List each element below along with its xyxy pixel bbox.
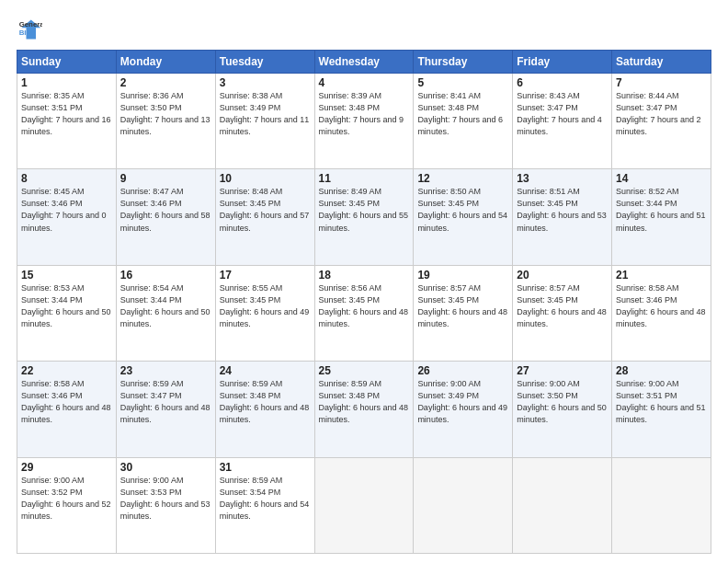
calendar-header-saturday: Saturday <box>612 51 711 74</box>
calendar-week-1: 1Sunrise: 8:35 AMSunset: 3:51 PMDaylight… <box>17 74 711 169</box>
day-info: Sunrise: 8:36 AMSunset: 3:50 PMDaylight:… <box>120 90 211 138</box>
day-number: 15 <box>21 269 112 282</box>
calendar-cell <box>314 457 414 553</box>
day-info: Sunrise: 9:00 AMSunset: 3:49 PMDaylight:… <box>417 378 508 426</box>
calendar-cell: 25Sunrise: 8:59 AMSunset: 3:48 PMDayligh… <box>314 362 414 457</box>
page: General Blue SundayMondayTuesdayWednesda… <box>0 0 728 563</box>
day-info: Sunrise: 8:48 AMSunset: 3:45 PMDaylight:… <box>220 186 311 234</box>
day-info: Sunrise: 8:49 AMSunset: 3:45 PMDaylight:… <box>319 186 410 234</box>
calendar-week-5: 29Sunrise: 9:00 AMSunset: 3:52 PMDayligh… <box>17 457 711 553</box>
calendar-cell: 26Sunrise: 9:00 AMSunset: 3:49 PMDayligh… <box>414 362 513 457</box>
day-info: Sunrise: 8:59 AMSunset: 3:48 PMDaylight:… <box>319 378 410 426</box>
day-info: Sunrise: 8:56 AMSunset: 3:45 PMDaylight:… <box>319 282 410 330</box>
day-info: Sunrise: 8:41 AMSunset: 3:48 PMDaylight:… <box>417 90 508 138</box>
day-info: Sunrise: 8:55 AMSunset: 3:45 PMDaylight:… <box>220 282 311 330</box>
calendar-cell: 6Sunrise: 8:43 AMSunset: 3:47 PMDaylight… <box>513 74 612 169</box>
calendar-header-thursday: Thursday <box>414 51 513 74</box>
day-number: 17 <box>220 269 311 282</box>
calendar-cell: 8Sunrise: 8:45 AMSunset: 3:46 PMDaylight… <box>17 169 117 265</box>
calendar-cell: 20Sunrise: 8:57 AMSunset: 3:45 PMDayligh… <box>513 265 612 361</box>
day-info: Sunrise: 8:35 AMSunset: 3:51 PMDaylight:… <box>21 90 112 138</box>
day-number: 3 <box>220 76 311 89</box>
calendar-cell: 22Sunrise: 8:58 AMSunset: 3:46 PMDayligh… <box>17 362 117 457</box>
calendar-cell: 1Sunrise: 8:35 AMSunset: 3:51 PMDaylight… <box>17 74 117 169</box>
calendar-cell: 13Sunrise: 8:51 AMSunset: 3:45 PMDayligh… <box>513 169 612 265</box>
day-info: Sunrise: 8:58 AMSunset: 3:46 PMDaylight:… <box>21 378 112 426</box>
day-number: 12 <box>417 172 508 185</box>
day-info: Sunrise: 8:57 AMSunset: 3:45 PMDaylight:… <box>417 282 508 330</box>
day-info: Sunrise: 8:59 AMSunset: 3:48 PMDaylight:… <box>220 378 311 426</box>
day-info: Sunrise: 8:39 AMSunset: 3:48 PMDaylight:… <box>319 90 410 138</box>
day-number: 25 <box>319 364 410 377</box>
day-number: 26 <box>417 364 508 377</box>
day-info: Sunrise: 8:59 AMSunset: 3:54 PMDaylight:… <box>220 475 311 523</box>
calendar-header-tuesday: Tuesday <box>215 51 314 74</box>
calendar-cell: 27Sunrise: 9:00 AMSunset: 3:50 PMDayligh… <box>513 362 612 457</box>
day-info: Sunrise: 8:45 AMSunset: 3:46 PMDaylight:… <box>21 186 112 234</box>
calendar-cell: 30Sunrise: 9:00 AMSunset: 3:53 PMDayligh… <box>116 457 215 553</box>
calendar-cell: 24Sunrise: 8:59 AMSunset: 3:48 PMDayligh… <box>215 362 314 457</box>
day-info: Sunrise: 8:50 AMSunset: 3:45 PMDaylight:… <box>417 186 508 234</box>
svg-text:General: General <box>19 20 42 29</box>
calendar-cell: 16Sunrise: 8:54 AMSunset: 3:44 PMDayligh… <box>116 265 215 361</box>
day-info: Sunrise: 8:59 AMSunset: 3:47 PMDaylight:… <box>120 378 211 426</box>
day-info: Sunrise: 9:00 AMSunset: 3:51 PMDaylight:… <box>616 378 707 426</box>
calendar-cell <box>414 457 513 553</box>
day-info: Sunrise: 9:00 AMSunset: 3:53 PMDaylight:… <box>120 475 211 523</box>
day-number: 20 <box>517 269 608 282</box>
calendar-cell <box>513 457 612 553</box>
calendar-cell: 10Sunrise: 8:48 AMSunset: 3:45 PMDayligh… <box>215 169 314 265</box>
day-info: Sunrise: 8:51 AMSunset: 3:45 PMDaylight:… <box>517 186 608 234</box>
day-number: 2 <box>120 76 211 89</box>
logo: General Blue <box>17 17 46 42</box>
day-number: 22 <box>21 364 112 377</box>
calendar-cell: 23Sunrise: 8:59 AMSunset: 3:47 PMDayligh… <box>116 362 215 457</box>
calendar-cell: 21Sunrise: 8:58 AMSunset: 3:46 PMDayligh… <box>612 265 711 361</box>
calendar-cell: 28Sunrise: 9:00 AMSunset: 3:51 PMDayligh… <box>612 362 711 457</box>
calendar-cell: 14Sunrise: 8:52 AMSunset: 3:44 PMDayligh… <box>612 169 711 265</box>
day-number: 24 <box>220 364 311 377</box>
calendar-cell: 29Sunrise: 9:00 AMSunset: 3:52 PMDayligh… <box>17 457 117 553</box>
day-number: 7 <box>616 76 707 89</box>
day-number: 29 <box>21 461 112 474</box>
day-number: 19 <box>417 269 508 282</box>
calendar-week-3: 15Sunrise: 8:53 AMSunset: 3:44 PMDayligh… <box>17 265 711 361</box>
day-number: 27 <box>517 364 608 377</box>
calendar-week-2: 8Sunrise: 8:45 AMSunset: 3:46 PMDaylight… <box>17 169 711 265</box>
day-number: 8 <box>21 172 112 185</box>
calendar-cell: 7Sunrise: 8:44 AMSunset: 3:47 PMDaylight… <box>612 74 711 169</box>
day-info: Sunrise: 9:00 AMSunset: 3:50 PMDaylight:… <box>517 378 608 426</box>
day-number: 9 <box>120 172 211 185</box>
day-number: 14 <box>616 172 707 185</box>
day-info: Sunrise: 9:00 AMSunset: 3:52 PMDaylight:… <box>21 475 112 523</box>
day-number: 6 <box>517 76 608 89</box>
calendar-cell: 11Sunrise: 8:49 AMSunset: 3:45 PMDayligh… <box>314 169 414 265</box>
calendar-cell: 4Sunrise: 8:39 AMSunset: 3:48 PMDaylight… <box>314 74 414 169</box>
day-number: 11 <box>319 172 410 185</box>
day-info: Sunrise: 8:57 AMSunset: 3:45 PMDaylight:… <box>517 282 608 330</box>
day-info: Sunrise: 8:52 AMSunset: 3:44 PMDaylight:… <box>616 186 707 234</box>
day-info: Sunrise: 8:43 AMSunset: 3:47 PMDaylight:… <box>517 90 608 138</box>
day-info: Sunrise: 8:38 AMSunset: 3:49 PMDaylight:… <box>220 90 311 138</box>
day-number: 21 <box>616 269 707 282</box>
day-number: 31 <box>220 461 311 474</box>
calendar-header-friday: Friday <box>513 51 612 74</box>
calendar-cell: 3Sunrise: 8:38 AMSunset: 3:49 PMDaylight… <box>215 74 314 169</box>
svg-text:Blue: Blue <box>19 29 36 37</box>
calendar-cell: 15Sunrise: 8:53 AMSunset: 3:44 PMDayligh… <box>17 265 117 361</box>
calendar-header-row: SundayMondayTuesdayWednesdayThursdayFrid… <box>17 51 711 74</box>
day-info: Sunrise: 8:47 AMSunset: 3:46 PMDaylight:… <box>120 186 211 234</box>
day-number: 16 <box>120 269 211 282</box>
day-info: Sunrise: 8:58 AMSunset: 3:46 PMDaylight:… <box>616 282 707 330</box>
day-number: 10 <box>220 172 311 185</box>
calendar-cell: 9Sunrise: 8:47 AMSunset: 3:46 PMDaylight… <box>116 169 215 265</box>
day-number: 1 <box>21 76 112 89</box>
calendar-cell <box>612 457 711 553</box>
header: General Blue <box>17 17 711 42</box>
calendar-cell: 2Sunrise: 8:36 AMSunset: 3:50 PMDaylight… <box>116 74 215 169</box>
logo-icon: General Blue <box>17 17 42 42</box>
calendar-table: SundayMondayTuesdayWednesdayThursdayFrid… <box>17 50 711 554</box>
calendar-header-monday: Monday <box>116 51 215 74</box>
calendar-week-4: 22Sunrise: 8:58 AMSunset: 3:46 PMDayligh… <box>17 362 711 457</box>
day-number: 5 <box>417 76 508 89</box>
